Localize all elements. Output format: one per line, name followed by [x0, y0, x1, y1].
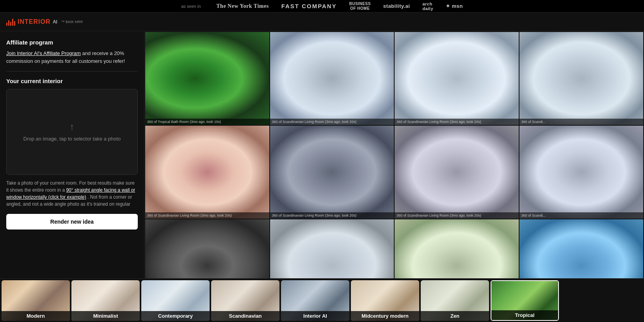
- affiliate-link[interactable]: Join Interior AI's Affiliate Program: [6, 50, 81, 56]
- bar5: [14, 21, 15, 26]
- nyt-logo: The New York Times: [216, 3, 269, 9]
- grid-item[interactable]: 360 of Scandinavian Living Room (3mo ago…: [270, 32, 394, 125]
- photo-hint: Take a photo of your current room. For b…: [6, 180, 138, 208]
- grid-caption: 360 of Scandinavian Living Room (3mo ago…: [145, 212, 269, 219]
- affiliate-title: Affiliate program: [6, 39, 138, 46]
- grid-caption: 360 of Scandinavian Living Room (3mo ago…: [270, 119, 394, 125]
- grid-caption: 360 of Scandi...: [519, 119, 644, 125]
- style-label-midcentury: Midcentury modern: [351, 311, 419, 321]
- style-item-scandinavian[interactable]: Scandinavian: [211, 280, 279, 321]
- grid-item[interactable]: 360 of Tropical Bath Room (3mo ago, took…: [145, 32, 269, 125]
- grid-caption: 360 of Tropical Bath Room (3mo ago, took…: [145, 119, 269, 125]
- style-label-contemporary: Contemporary: [141, 311, 210, 321]
- upload-icon: ↑: [70, 121, 75, 132]
- grid-caption: 360 of Scandi...: [519, 212, 644, 219]
- affiliate-section: Affiliate program Join Interior AI's Aff…: [6, 39, 138, 65]
- bar4: [12, 19, 13, 26]
- style-label-modern: Modern: [2, 311, 70, 321]
- style-item-tropical[interactable]: Tropical: [491, 280, 559, 321]
- room-image: [145, 126, 269, 219]
- logo[interactable]: INTERIOR AI ™ $40K MRR: [6, 18, 83, 26]
- bar2: [8, 20, 9, 26]
- style-item-zen[interactable]: Zen: [421, 280, 489, 321]
- current-interior-title: Your current interior: [6, 78, 138, 84]
- grid-item[interactable]: 360 of Scandi...: [519, 32, 644, 125]
- style-item-minimalist[interactable]: Minimalist: [71, 280, 140, 321]
- grid-caption: 360 of Scandinavian Living Room (3mo ago…: [395, 212, 519, 219]
- business-of-home-logo: BUSINESSOF HOME: [349, 2, 371, 11]
- stability-ai-logo: stability.ai: [383, 3, 410, 9]
- room-image: [395, 126, 519, 219]
- grid-caption: 360 of Scandinavian Living Room (3mo ago…: [270, 212, 394, 219]
- style-label-tropical: Tropical: [491, 310, 558, 320]
- bar3: [10, 22, 11, 26]
- grid-item[interactable]: 360 of Scandinavian Living Room (3mo ago…: [395, 32, 519, 125]
- style-label-interior-ai: Interior AI: [281, 311, 349, 321]
- room-image: [145, 32, 269, 125]
- logo-ai-text: AI: [53, 19, 57, 25]
- header: INTERIOR AI ™ $40K MRR: [0, 12, 644, 31]
- bar1: [6, 23, 7, 26]
- current-interior-section: Your current interior ↑ Drop an image, t…: [6, 78, 138, 208]
- room-image: [519, 126, 644, 219]
- render-new-idea-button[interactable]: Render new idea: [6, 214, 138, 229]
- style-item-midcentury[interactable]: Midcentury modern: [351, 280, 419, 321]
- style-item-contemporary[interactable]: Contemporary: [141, 280, 210, 321]
- arch-daily-logo: archdaily: [422, 2, 433, 11]
- room-image: [395, 32, 519, 125]
- logo-bars-icon: [6, 18, 15, 26]
- grid-caption: 360 of Scandinavian Living Room (3mo ago…: [395, 119, 519, 125]
- affiliate-description: Join Interior AI's Affiliate Program and…: [6, 50, 138, 65]
- room-image: [270, 126, 394, 219]
- as-seen-in-label: as seen in: [181, 4, 201, 9]
- grid-item[interactable]: 360 of Scandinavian Living Room (3mo ago…: [270, 126, 394, 219]
- room-image: [270, 32, 394, 125]
- logo-interior-text: INTERIOR: [18, 18, 50, 25]
- msn-logo: ✦ msn: [446, 3, 463, 9]
- grid-item[interactable]: 360 of Scandinavian Living Room (3mo ago…: [145, 126, 269, 219]
- style-label-minimalist: Minimalist: [71, 311, 140, 321]
- style-bar: Modern Minimalist Contemporary Scandinav…: [0, 278, 644, 322]
- fast-company-logo: FAST COMPANY: [281, 3, 337, 9]
- media-logos: The New York Times FAST COMPANY BUSINESS…: [216, 2, 463, 11]
- grid-item[interactable]: 360 of Scandinavian Living Room (3mo ago…: [395, 126, 519, 219]
- top-bar: as seen in The New York Times FAST COMPA…: [0, 0, 644, 12]
- style-item-modern[interactable]: Modern: [2, 280, 70, 321]
- logo-badge: ™ $40K MRR: [61, 20, 83, 24]
- style-item-interior-ai[interactable]: Interior AI: [281, 280, 349, 321]
- section-divider-1: [6, 71, 138, 71]
- style-label-scandinavian: Scandinavian: [211, 311, 279, 321]
- grid-item[interactable]: 360 of Scandi...: [519, 126, 644, 219]
- logo-accent: INTERIOR: [18, 18, 50, 25]
- image-drop-zone[interactable]: ↑ Drop an image, tap to selector take a …: [6, 89, 138, 175]
- room-image: [519, 32, 644, 125]
- style-label-zen: Zen: [421, 311, 489, 321]
- drop-zone-text: Drop an image, tap to selector take a ph…: [23, 135, 121, 142]
